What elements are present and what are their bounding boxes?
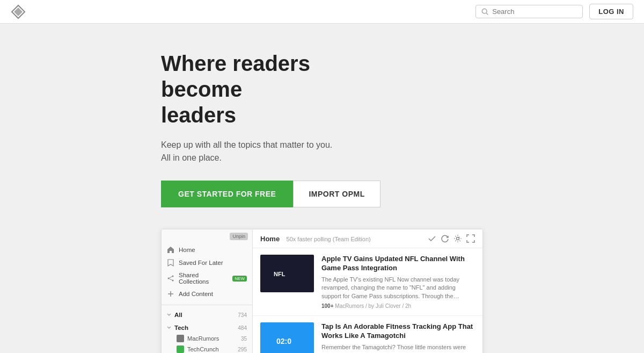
import-opml-button[interactable]: IMPORT OPML [293, 181, 380, 207]
search-icon [481, 8, 489, 16]
svg-line-8 [169, 279, 172, 280]
chevron-down-icon-tech [167, 326, 171, 330]
sidebar-tech-header[interactable]: Tech 484 [162, 322, 252, 333]
hero-title: Where readers become leaders [161, 51, 376, 128]
svg-point-6 [172, 280, 174, 282]
get-started-button[interactable]: GET STARTED FOR FREE [161, 181, 293, 207]
svg-text:NFL: NFL [274, 271, 286, 277]
sidebar-saved-label: Saved For Later [179, 260, 223, 266]
expand-icon[interactable] [466, 234, 475, 243]
sidebar-divider [162, 305, 252, 305]
article-item[interactable]: NFL Apple TV Gains Updated NFL Channel W… [253, 248, 482, 316]
login-button[interactable]: LOG IN [589, 4, 633, 19]
preview-container: Unpin Home Saved For Later Shared Collec… [161, 229, 483, 353]
article-thumbnail-2: 02:0 [260, 322, 314, 353]
article-thumbnail-1: NFL [260, 255, 314, 292]
svg-point-4 [172, 276, 174, 277]
search-input[interactable] [492, 8, 577, 16]
content-header-left: Home 50x faster polling (Team Edition) [260, 234, 371, 243]
share-icon [167, 275, 174, 282]
feed-count-techcrunch: 295 [238, 347, 247, 352]
article-body-1: Apple TV Gains Updated NFL Channel With … [321, 255, 475, 309]
search-box[interactable] [475, 5, 583, 18]
svg-text:02:0: 02:0 [276, 337, 291, 345]
tech-count: 484 [238, 325, 247, 331]
check-icon[interactable] [428, 234, 436, 243]
hero-section: Where readers become leaders Keep up wit… [0, 24, 644, 229]
sidebar-item-shared[interactable]: Shared Collections NEW [162, 269, 252, 287]
feed-icon-macrumors [177, 335, 184, 342]
all-label: All [174, 312, 182, 318]
svg-line-7 [169, 277, 172, 278]
article-title-2: Tap Is An Adorable Fitness Tracking App … [321, 322, 475, 341]
unpin-badge[interactable]: Unpin [230, 233, 248, 240]
header-right: LOG IN [475, 4, 633, 19]
sidebar-item-home[interactable]: Home [162, 243, 252, 256]
nfl-thumb-graphic: NFL [271, 265, 303, 282]
content-title: Home [260, 235, 280, 243]
svg-point-11 [457, 237, 459, 240]
polling-label: 50x faster polling (Team Edition) [287, 236, 371, 242]
article-item[interactable]: 02:0 Tap Is An Adorable Fitness Tracking… [253, 316, 482, 353]
content-area: Home 50x faster polling (Team Edition) N… [253, 229, 482, 353]
settings-icon[interactable] [453, 234, 462, 243]
article-title-1: Apple TV Gains Updated NFL Channel With … [321, 255, 475, 273]
article-body-2: Tap Is An Adorable Fitness Tracking App … [321, 322, 475, 353]
sidebar-home-label: Home [179, 247, 195, 253]
svg-line-3 [486, 13, 488, 15]
main-header: LOG IN [0, 0, 644, 24]
feed-name-techcrunch: TechCrunch [187, 346, 238, 352]
sidebar-all-header[interactable]: All 734 [162, 309, 252, 320]
svg-point-5 [168, 278, 170, 279]
sidebar-nav: Home Saved For Later Shared Collections … [162, 242, 252, 301]
article-list: NFL Apple TV Gains Updated NFL Channel W… [253, 248, 482, 353]
logo-icon [11, 4, 26, 19]
sidebar-item-saved[interactable]: Saved For Later [162, 256, 252, 269]
hero-subtitle: Keep up with all the topics that matter … [161, 139, 644, 164]
sidebar-item-add[interactable]: Add Content [162, 287, 252, 300]
feed-icon-techcrunch [177, 345, 184, 353]
tech-label: Tech [174, 325, 188, 331]
refresh-icon[interactable] [441, 234, 449, 243]
feed-name-macrumors: MacRumors [187, 335, 241, 342]
sidebar: Unpin Home Saved For Later Shared Collec… [162, 229, 253, 353]
sidebar-unpin-area: Unpin [162, 229, 252, 242]
app-preview: Unpin Home Saved For Later Shared Collec… [0, 229, 644, 353]
home-icon [167, 246, 174, 254]
sidebar-feed-techcrunch[interactable]: TechCrunch 295 [162, 344, 252, 353]
feed-count-macrumors: 35 [241, 336, 247, 342]
article-meta-1: 100+ MacRumors / by Juli Clover / 2h [321, 303, 475, 309]
sidebar-shared-label: Shared Collections [179, 272, 229, 285]
chevron-down-icon [167, 313, 171, 317]
article-excerpt-1: The Apple TV's existing NFL Now channel … [321, 276, 475, 300]
content-header: Home 50x faster polling (Team Edition) [253, 229, 482, 248]
svg-point-2 [482, 9, 487, 13]
sidebar-add-label: Add Content [179, 291, 213, 297]
sidebar-section-tech: Tech 484 MacRumors 35 TechCrunch 295 The… [162, 321, 252, 353]
fitness-thumb-graphic: 02:0 [271, 333, 303, 349]
all-count: 734 [238, 312, 247, 318]
logo [11, 4, 26, 19]
sidebar-section-all: All 734 [162, 308, 252, 321]
bookmark-icon [167, 259, 174, 266]
new-badge: NEW [232, 276, 247, 282]
header-actions [428, 234, 475, 243]
article-excerpt-2: Remember the Tamagotchi? Those little mo… [321, 343, 475, 353]
hero-buttons: GET STARTED FOR FREE IMPORT OPML [161, 181, 644, 207]
plus-icon [167, 290, 174, 298]
sidebar-feed-macrumors[interactable]: MacRumors 35 [162, 333, 252, 344]
